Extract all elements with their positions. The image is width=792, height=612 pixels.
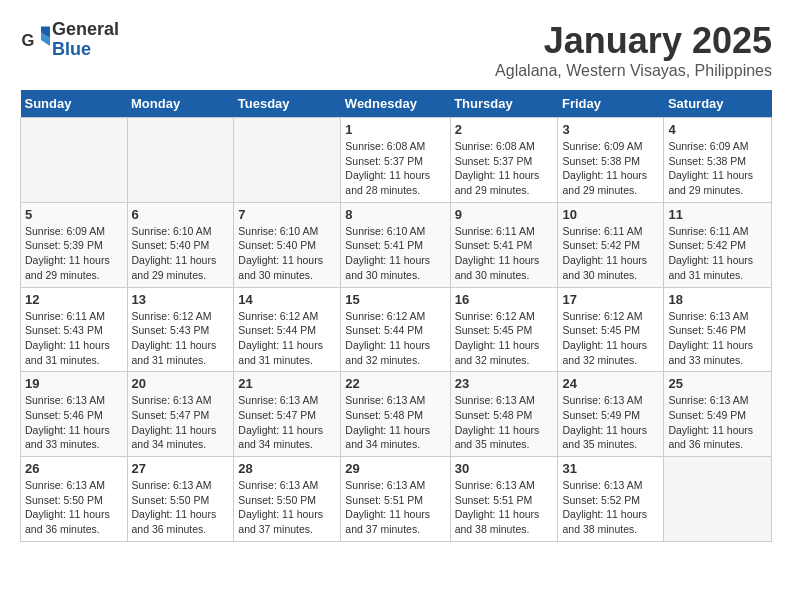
day-number: 2 (455, 122, 554, 137)
day-number: 17 (562, 292, 659, 307)
day-info: Sunrise: 6:09 AMSunset: 5:39 PMDaylight:… (25, 224, 123, 283)
calendar-cell: 22Sunrise: 6:13 AMSunset: 5:48 PMDayligh… (341, 372, 450, 457)
day-info: Sunrise: 6:13 AMSunset: 5:47 PMDaylight:… (132, 393, 230, 452)
calendar-cell: 25Sunrise: 6:13 AMSunset: 5:49 PMDayligh… (664, 372, 772, 457)
day-number: 30 (455, 461, 554, 476)
day-number: 18 (668, 292, 767, 307)
logo-general: General (52, 20, 119, 40)
logo: G General Blue (20, 20, 119, 60)
day-number: 25 (668, 376, 767, 391)
header-cell-tuesday: Tuesday (234, 90, 341, 118)
day-info: Sunrise: 6:13 AMSunset: 5:50 PMDaylight:… (25, 478, 123, 537)
day-info: Sunrise: 6:11 AMSunset: 5:41 PMDaylight:… (455, 224, 554, 283)
calendar-title: January 2025 (495, 20, 772, 62)
day-info: Sunrise: 6:13 AMSunset: 5:48 PMDaylight:… (345, 393, 445, 452)
calendar-cell: 13Sunrise: 6:12 AMSunset: 5:43 PMDayligh… (127, 287, 234, 372)
calendar-week-2: 5Sunrise: 6:09 AMSunset: 5:39 PMDaylight… (21, 202, 772, 287)
day-info: Sunrise: 6:13 AMSunset: 5:51 PMDaylight:… (455, 478, 554, 537)
calendar-week-5: 26Sunrise: 6:13 AMSunset: 5:50 PMDayligh… (21, 457, 772, 542)
day-number: 12 (25, 292, 123, 307)
day-info: Sunrise: 6:09 AMSunset: 5:38 PMDaylight:… (668, 139, 767, 198)
calendar-cell: 24Sunrise: 6:13 AMSunset: 5:49 PMDayligh… (558, 372, 664, 457)
calendar-cell: 20Sunrise: 6:13 AMSunset: 5:47 PMDayligh… (127, 372, 234, 457)
day-number: 28 (238, 461, 336, 476)
day-number: 3 (562, 122, 659, 137)
day-number: 22 (345, 376, 445, 391)
day-number: 14 (238, 292, 336, 307)
calendar-cell: 21Sunrise: 6:13 AMSunset: 5:47 PMDayligh… (234, 372, 341, 457)
day-number: 1 (345, 122, 445, 137)
day-info: Sunrise: 6:11 AMSunset: 5:42 PMDaylight:… (562, 224, 659, 283)
day-number: 8 (345, 207, 445, 222)
day-number: 15 (345, 292, 445, 307)
calendar-cell: 17Sunrise: 6:12 AMSunset: 5:45 PMDayligh… (558, 287, 664, 372)
header-row: SundayMondayTuesdayWednesdayThursdayFrid… (21, 90, 772, 118)
page-header: G General Blue January 2025 Aglalana, We… (20, 20, 772, 80)
calendar-cell: 5Sunrise: 6:09 AMSunset: 5:39 PMDaylight… (21, 202, 128, 287)
day-number: 19 (25, 376, 123, 391)
day-info: Sunrise: 6:11 AMSunset: 5:42 PMDaylight:… (668, 224, 767, 283)
day-info: Sunrise: 6:10 AMSunset: 5:40 PMDaylight:… (132, 224, 230, 283)
calendar-week-3: 12Sunrise: 6:11 AMSunset: 5:43 PMDayligh… (21, 287, 772, 372)
logo-blue: Blue (52, 40, 119, 60)
header-cell-monday: Monday (127, 90, 234, 118)
calendar-cell: 8Sunrise: 6:10 AMSunset: 5:41 PMDaylight… (341, 202, 450, 287)
calendar-cell: 15Sunrise: 6:12 AMSunset: 5:44 PMDayligh… (341, 287, 450, 372)
logo-text: General Blue (52, 20, 119, 60)
day-number: 5 (25, 207, 123, 222)
day-info: Sunrise: 6:13 AMSunset: 5:49 PMDaylight:… (562, 393, 659, 452)
title-area: January 2025 Aglalana, Western Visayas, … (495, 20, 772, 80)
calendar-subtitle: Aglalana, Western Visayas, Philippines (495, 62, 772, 80)
calendar-cell (21, 118, 128, 203)
calendar-header: SundayMondayTuesdayWednesdayThursdayFrid… (21, 90, 772, 118)
calendar-cell: 26Sunrise: 6:13 AMSunset: 5:50 PMDayligh… (21, 457, 128, 542)
day-info: Sunrise: 6:12 AMSunset: 5:43 PMDaylight:… (132, 309, 230, 368)
day-number: 4 (668, 122, 767, 137)
calendar-cell (234, 118, 341, 203)
calendar-cell: 9Sunrise: 6:11 AMSunset: 5:41 PMDaylight… (450, 202, 558, 287)
day-info: Sunrise: 6:10 AMSunset: 5:40 PMDaylight:… (238, 224, 336, 283)
day-number: 23 (455, 376, 554, 391)
day-number: 29 (345, 461, 445, 476)
day-info: Sunrise: 6:13 AMSunset: 5:49 PMDaylight:… (668, 393, 767, 452)
logo-icon: G (20, 25, 50, 55)
calendar-body: 1Sunrise: 6:08 AMSunset: 5:37 PMDaylight… (21, 118, 772, 542)
calendar-cell: 7Sunrise: 6:10 AMSunset: 5:40 PMDaylight… (234, 202, 341, 287)
day-number: 16 (455, 292, 554, 307)
calendar-cell: 16Sunrise: 6:12 AMSunset: 5:45 PMDayligh… (450, 287, 558, 372)
day-number: 21 (238, 376, 336, 391)
header-cell-saturday: Saturday (664, 90, 772, 118)
day-info: Sunrise: 6:09 AMSunset: 5:38 PMDaylight:… (562, 139, 659, 198)
day-info: Sunrise: 6:13 AMSunset: 5:52 PMDaylight:… (562, 478, 659, 537)
day-number: 6 (132, 207, 230, 222)
calendar-cell: 19Sunrise: 6:13 AMSunset: 5:46 PMDayligh… (21, 372, 128, 457)
calendar-cell: 23Sunrise: 6:13 AMSunset: 5:48 PMDayligh… (450, 372, 558, 457)
day-info: Sunrise: 6:13 AMSunset: 5:47 PMDaylight:… (238, 393, 336, 452)
svg-text:G: G (22, 31, 35, 49)
day-info: Sunrise: 6:13 AMSunset: 5:48 PMDaylight:… (455, 393, 554, 452)
calendar-cell: 12Sunrise: 6:11 AMSunset: 5:43 PMDayligh… (21, 287, 128, 372)
header-cell-wednesday: Wednesday (341, 90, 450, 118)
day-info: Sunrise: 6:12 AMSunset: 5:44 PMDaylight:… (345, 309, 445, 368)
day-number: 11 (668, 207, 767, 222)
calendar-cell: 6Sunrise: 6:10 AMSunset: 5:40 PMDaylight… (127, 202, 234, 287)
day-info: Sunrise: 6:08 AMSunset: 5:37 PMDaylight:… (345, 139, 445, 198)
day-number: 10 (562, 207, 659, 222)
calendar-cell: 4Sunrise: 6:09 AMSunset: 5:38 PMDaylight… (664, 118, 772, 203)
calendar-cell: 29Sunrise: 6:13 AMSunset: 5:51 PMDayligh… (341, 457, 450, 542)
day-number: 20 (132, 376, 230, 391)
calendar-week-1: 1Sunrise: 6:08 AMSunset: 5:37 PMDaylight… (21, 118, 772, 203)
calendar-cell: 10Sunrise: 6:11 AMSunset: 5:42 PMDayligh… (558, 202, 664, 287)
day-number: 31 (562, 461, 659, 476)
calendar-cell: 3Sunrise: 6:09 AMSunset: 5:38 PMDaylight… (558, 118, 664, 203)
calendar-cell (127, 118, 234, 203)
day-info: Sunrise: 6:11 AMSunset: 5:43 PMDaylight:… (25, 309, 123, 368)
calendar-week-4: 19Sunrise: 6:13 AMSunset: 5:46 PMDayligh… (21, 372, 772, 457)
day-info: Sunrise: 6:12 AMSunset: 5:44 PMDaylight:… (238, 309, 336, 368)
day-info: Sunrise: 6:12 AMSunset: 5:45 PMDaylight:… (562, 309, 659, 368)
calendar-table: SundayMondayTuesdayWednesdayThursdayFrid… (20, 90, 772, 542)
calendar-cell: 2Sunrise: 6:08 AMSunset: 5:37 PMDaylight… (450, 118, 558, 203)
calendar-cell: 31Sunrise: 6:13 AMSunset: 5:52 PMDayligh… (558, 457, 664, 542)
header-cell-thursday: Thursday (450, 90, 558, 118)
header-cell-friday: Friday (558, 90, 664, 118)
